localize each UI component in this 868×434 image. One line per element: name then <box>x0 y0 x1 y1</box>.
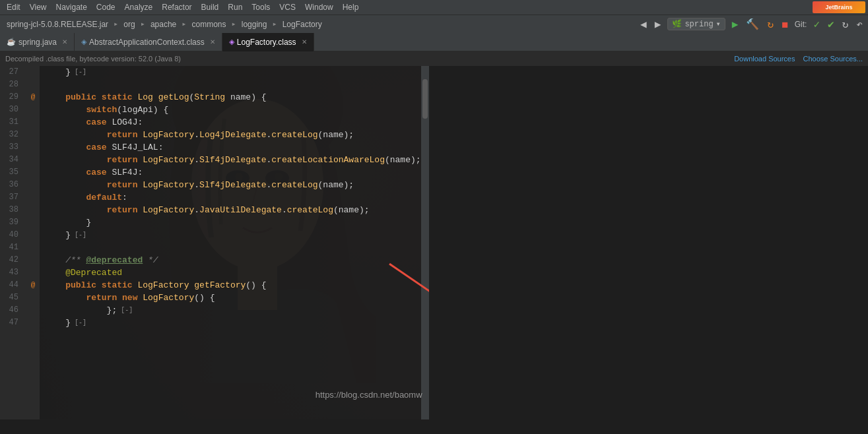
code-line-27: } [-] <box>40 66 421 78</box>
code-line-39: } <box>40 216 421 229</box>
reload-icon[interactable]: ↻ <box>766 16 775 32</box>
spring-icon: 🌿 <box>672 19 682 29</box>
tab-abstract-close[interactable]: ✕ <box>210 38 215 46</box>
tab-logfactory-label: LogFactory.class <box>237 38 296 47</box>
info-bar: Decompiled .class file, bytecode version… <box>0 51 868 66</box>
tab-spring-java-label: spring.java <box>18 38 57 47</box>
menu-tools[interactable]: Tools <box>248 1 274 13</box>
code-line-32: return LogFactory.Log4jDelegate.createLo… <box>40 129 421 141</box>
breadcrumb-sep-5: ▸ <box>272 19 277 29</box>
tab-abstract-label: AbstractApplicationContext.class <box>89 38 205 47</box>
tab-abstract-context[interactable]: ◈ AbstractApplicationContext.class ✕ <box>75 33 222 51</box>
nav-fwd-icon[interactable]: ▶ <box>653 16 663 32</box>
menu-bar: Edit View Navigate Code Analyze Refactor… <box>0 0 868 15</box>
code-line-30: switch(logApi) { <box>40 104 421 116</box>
vertical-scrollbar[interactable] <box>421 66 429 419</box>
class-file-icon-2: ◈ <box>229 38 234 46</box>
toolbar: spring-jcl-5.0.8.RELEASE.jar ▸ org ▸ apa… <box>0 15 868 33</box>
build-icon[interactable]: 🔨 <box>745 16 760 32</box>
menu-analyze[interactable]: Analyze <box>121 1 157 13</box>
editor-container: 2728293031323334353637383940414243444546… <box>0 66 429 419</box>
tab-spring-java[interactable]: ☕ spring.java ✕ <box>0 33 75 51</box>
code-line-43: @Deprecated <box>40 266 421 279</box>
tab-logfactory-close[interactable]: ✕ <box>302 38 307 46</box>
info-bar-links: Download Sources Choose Sources... <box>734 55 863 63</box>
download-sources-link[interactable]: Download Sources <box>734 55 795 63</box>
code-line-36: return LogFactory.Slf4jDelegate.createLo… <box>40 179 421 191</box>
breadcrumb-logfactory[interactable]: LogFactory <box>280 18 325 30</box>
code-line-35: case SLF4J: <box>40 166 421 179</box>
git-tick-icon[interactable]: ✔ <box>826 16 836 32</box>
code-line-46: }; [-] <box>40 304 421 317</box>
tab-logfactory[interactable]: ◈ LogFactory.class ✕ <box>222 33 314 51</box>
code-line-40: } [-] <box>40 229 421 241</box>
menu-edit[interactable]: Edit <box>3 1 24 13</box>
breadcrumb-commons[interactable]: commons <box>189 18 228 30</box>
menu-code[interactable]: Code <box>92 1 119 13</box>
menu-navigate[interactable]: Navigate <box>51 1 90 13</box>
menu-build[interactable]: Build <box>197 1 223 13</box>
scrollbar-thumb[interactable] <box>422 79 428 119</box>
bookmark-gutter: @@ <box>26 66 40 419</box>
class-file-icon-1: ◈ <box>81 38 86 46</box>
menu-refactor[interactable]: Refactor <box>158 1 195 13</box>
toolbar-right: ◀ ▶ 🌿 spring ▾ ▶ 🔨 ↻ ◼ Git: ✓ ✔ ↻ ↶ <box>639 16 864 32</box>
choose-sources-link[interactable]: Choose Sources... <box>803 55 863 63</box>
breadcrumb-sep-3: ▸ <box>182 19 186 29</box>
run-icon[interactable]: ▶ <box>731 16 740 32</box>
menu-run[interactable]: Run <box>224 1 246 13</box>
code-editor[interactable]: } [-] public static Log getLog(String na… <box>40 66 421 419</box>
spring-label: spring <box>684 20 713 29</box>
code-line-47: } [-] <box>40 317 421 329</box>
breadcrumb-apache[interactable]: apache <box>148 18 179 30</box>
nav-back-icon[interactable]: ◀ <box>639 16 648 32</box>
menu-help[interactable]: Help <box>339 1 363 13</box>
git-label: Git: <box>795 20 807 29</box>
code-line-29: public static Log getLog(String name) { <box>40 91 421 104</box>
fold-marker[interactable]: [-] <box>117 304 133 317</box>
editor-wrapper: 2728293031323334353637383940414243444546… <box>0 66 868 434</box>
menu-vcs[interactable]: VCS <box>275 1 300 13</box>
java-file-icon: ☕ <box>7 38 16 46</box>
menu-window[interactable]: Window <box>301 1 337 13</box>
breadcrumb-sep-2: ▸ <box>141 19 145 29</box>
breadcrumb-sep-4: ▸ <box>232 19 236 29</box>
code-line-38: return LogFactory.JavaUtilDelegate.creat… <box>40 204 421 216</box>
breadcrumb-org[interactable]: org <box>121 18 137 30</box>
code-line-33: case SLF4J_LAL: <box>40 141 421 154</box>
chevron-down-icon: ▾ <box>716 19 721 29</box>
fold-marker[interactable]: [-] <box>71 317 86 329</box>
code-line-41 <box>40 241 421 254</box>
git-undo-icon[interactable]: ↶ <box>855 16 864 32</box>
code-line-28 <box>40 78 421 91</box>
fold-marker[interactable]: [-] <box>71 229 86 241</box>
code-line-45: return new LogFactory() { <box>40 292 421 304</box>
decompiled-info: Decompiled .class file, bytecode version… <box>5 55 181 63</box>
code-line-44: public static LogFactory getFactory() { <box>40 279 421 292</box>
fold-marker[interactable]: [-] <box>71 66 86 78</box>
code-line-37: default: <box>40 191 421 204</box>
code-line-42: /** @deprecated */ <box>40 254 421 266</box>
tabs-bar: ☕ spring.java ✕ ◈ AbstractApplicationCon… <box>0 33 868 51</box>
menu-view[interactable]: View <box>26 1 51 13</box>
breadcrumb-jar[interactable]: spring-jcl-5.0.8.RELEASE.jar <box>4 18 111 30</box>
code-line-31: case LOG4J: <box>40 116 421 129</box>
watermark: https://blog.csdn.net/baomw <box>316 390 422 400</box>
code-line-34: return LogFactory.Slf4jDelegate.createLo… <box>40 154 421 166</box>
breadcrumb-sep-1: ▸ <box>114 19 118 29</box>
stop-icon[interactable]: ◼ <box>780 16 789 32</box>
git-check-icon[interactable]: ✓ <box>812 16 821 32</box>
line-numbers-gutter: 2728293031323334353637383940414243444546… <box>0 66 26 419</box>
breadcrumb-logging[interactable]: logging <box>239 18 270 30</box>
tab-spring-java-close[interactable]: ✕ <box>62 38 67 46</box>
spring-dropdown[interactable]: 🌿 spring ▾ <box>667 18 725 30</box>
git-update-icon[interactable]: ↻ <box>841 16 850 32</box>
